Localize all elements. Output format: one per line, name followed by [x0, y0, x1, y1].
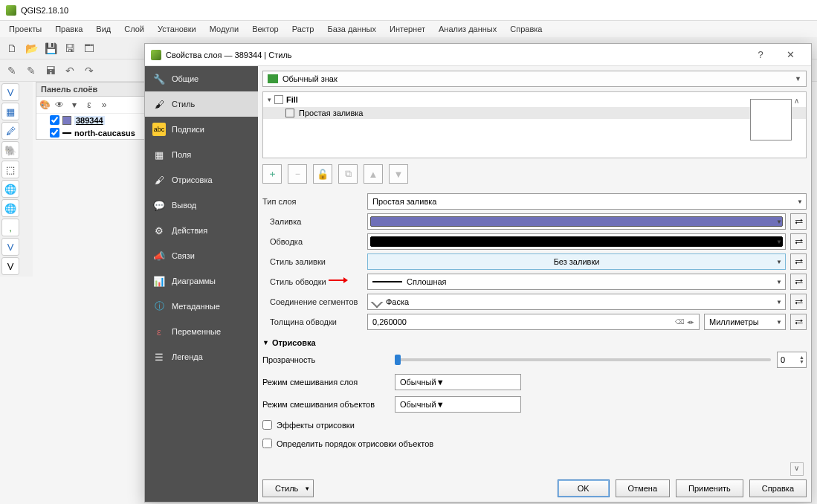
sidebar-item-general[interactable]: 🔧Общие	[145, 66, 258, 91]
save-edits-icon[interactable]: 🖬	[42, 62, 59, 80]
join-data-defined-button[interactable]: ⮂	[790, 294, 807, 310]
save-project-icon[interactable]: 💾	[42, 39, 59, 57]
sidebar-item-fields[interactable]: ▦Поля	[145, 142, 258, 167]
menu-analysis[interactable]: Анализ данных	[433, 23, 503, 35]
layer-row-0[interactable]: 389344	[36, 114, 152, 126]
sidebar-item-diagrams[interactable]: 📊Диаграммы	[145, 268, 258, 294]
style-menu-button[interactable]: Стиль▼	[262, 479, 314, 497]
sidebar-item-rendering[interactable]: 🖌Отрисовка	[145, 167, 258, 193]
sidebar-item-joins[interactable]: 📣Связи	[145, 243, 258, 268]
fill-color-button[interactable]: ▼	[367, 213, 786, 230]
layer-expr-icon[interactable]: ε	[83, 98, 96, 112]
add-raster-icon[interactable]: ▦	[1, 103, 19, 120]
join-style-select[interactable]: Фаска▼	[367, 294, 786, 310]
feature-blend-select[interactable]: Обычный▼	[395, 396, 521, 413]
add-virtual-icon[interactable]: V	[1, 238, 19, 256]
sidebar-item-metadata[interactable]: ⓘМетаданные	[145, 294, 258, 319]
layer-visible-1[interactable]	[50, 128, 59, 138]
sidebar-item-display[interactable]: 💬Вывод	[145, 193, 258, 218]
symbol-layers-tree[interactable]: ▾ Fill Простая заливка	[262, 91, 807, 158]
add-wfs-icon[interactable]: 🌐	[1, 199, 19, 217]
transparency-spin[interactable]: 0▲▼	[777, 352, 807, 368]
width-data-defined-button[interactable]: ⮂	[790, 314, 807, 330]
draw-order-row[interactable]: Определить порядок отрисовки объектов	[262, 439, 807, 448]
open-project-icon[interactable]: 📂	[22, 39, 40, 57]
tree-root-row[interactable]: ▾ Fill	[263, 92, 806, 107]
redo-icon[interactable]: ↷	[80, 62, 98, 80]
layer-more-icon[interactable]: »	[97, 98, 111, 112]
menu-projects[interactable]: Проекты	[3, 23, 48, 35]
stroke-width-input[interactable]: 0,260000⌫ ◂▸	[367, 314, 700, 330]
scroll-up-icon[interactable]: ∧	[792, 96, 801, 105]
help-button[interactable]: ?	[746, 49, 775, 60]
layer-name-0[interactable]: 389344	[74, 116, 105, 125]
menu-internet[interactable]: Интернет	[384, 23, 431, 35]
sidebar-item-actions[interactable]: ⚙Действия	[145, 218, 258, 243]
sidebar-item-style[interactable]: 🖌Стиль	[145, 91, 258, 117]
menu-view[interactable]: Вид	[90, 23, 117, 35]
layer-filter-icon[interactable]: 👁	[53, 98, 66, 112]
close-button[interactable]: ✕	[775, 49, 805, 60]
stroke-data-defined-button[interactable]: ⮂	[790, 233, 807, 250]
help-button[interactable]: Справка	[749, 479, 807, 497]
menu-help[interactable]: Справка	[504, 23, 548, 35]
sidebar-item-labels[interactable]: abcПодписи	[145, 117, 258, 142]
layer-row-1[interactable]: north-caucasus	[36, 126, 152, 139]
menu-layer[interactable]: Слой	[118, 23, 150, 35]
draw-order-checkbox[interactable]	[262, 439, 272, 448]
draw-effects-row[interactable]: Эффекты отрисовки	[262, 420, 807, 430]
edit-icon[interactable]: ✎	[3, 62, 21, 80]
tree-child-row[interactable]: Простая заливка	[263, 107, 806, 119]
add-layer-button[interactable]: ＋	[262, 164, 282, 184]
menu-settings[interactable]: Установки	[152, 23, 202, 35]
undo-icon[interactable]: ↶	[61, 62, 79, 80]
sidebar-item-variables[interactable]: εПеременные	[145, 319, 258, 344]
add-spatialite-icon[interactable]: 🖉	[1, 122, 19, 140]
collapse-icon[interactable]: ▾	[268, 96, 271, 103]
edit2-icon[interactable]: ✎	[22, 62, 40, 80]
transparency-slider[interactable]	[395, 358, 771, 361]
apply-button[interactable]: Применить	[676, 479, 743, 497]
layer-blend-select[interactable]: Обычный▼	[395, 374, 521, 390]
symbol-type-select[interactable]: Обычный знак ▼	[262, 71, 807, 87]
cancel-button[interactable]: Отмена	[616, 479, 670, 497]
sidebar-item-legend[interactable]: ☰Легенда	[145, 344, 258, 369]
add-mssql-icon[interactable]: ⬚	[1, 161, 19, 178]
stroke-color-button[interactable]: ▼	[367, 233, 786, 250]
menu-vector[interactable]: Вектор	[246, 23, 285, 35]
stroke-style-data-defined-button[interactable]: ⮂	[790, 274, 807, 290]
spinner-arrows-icon[interactable]: ▲▼	[799, 355, 804, 364]
fill-data-defined-button[interactable]: ⮂	[790, 213, 807, 230]
draw-effects-checkbox[interactable]	[262, 420, 272, 430]
fill-style-data-defined-button[interactable]: ⮂	[790, 253, 807, 270]
layer-style-icon[interactable]: 🎨	[38, 98, 51, 112]
add-wms-icon[interactable]: 🌐	[1, 180, 19, 198]
move-down-button[interactable]: ▼	[389, 164, 408, 184]
menu-database[interactable]: База данных	[321, 23, 382, 35]
layer-filter2-icon[interactable]: ▾	[68, 98, 81, 112]
lock-layer-button[interactable]: 🔓	[313, 164, 332, 184]
menu-plugins[interactable]: Модули	[204, 23, 245, 35]
remove-layer-button[interactable]: －	[288, 164, 307, 184]
slider-thumb-icon[interactable]	[395, 355, 401, 365]
rendering-section-header[interactable]: ▼ Отрисовка	[262, 338, 807, 347]
layer-type-select[interactable]: Простая заливка▼	[367, 193, 807, 210]
add-csv-icon[interactable]: ,	[1, 219, 19, 236]
print-composer-icon[interactable]: 🗔	[80, 39, 98, 57]
clear-icon[interactable]: ⌫ ◂▸	[675, 318, 694, 326]
scroll-down-icon[interactable]: ∨	[792, 463, 801, 472]
add-postgis-icon[interactable]: 🐘	[1, 141, 19, 159]
layer-visible-0[interactable]	[50, 115, 59, 125]
move-up-button[interactable]: ▲	[364, 164, 383, 184]
fill-style-select[interactable]: Без заливки▼	[367, 253, 786, 270]
ok-button[interactable]: OK	[558, 479, 610, 497]
menu-edit[interactable]: Правка	[49, 23, 88, 35]
stroke-style-select[interactable]: Сплошная▼	[367, 274, 786, 290]
layer-name-1[interactable]: north-caucasus	[74, 129, 135, 138]
new-project-icon[interactable]: 🗋	[3, 39, 21, 57]
save-as-icon[interactable]: 🖫	[61, 39, 79, 57]
add-gpx-icon[interactable]: V	[1, 257, 19, 275]
stroke-width-unit-select[interactable]: Миллиметры▼	[704, 314, 786, 330]
duplicate-layer-button[interactable]: ⧉	[338, 164, 358, 184]
menu-raster[interactable]: Растр	[286, 23, 320, 35]
